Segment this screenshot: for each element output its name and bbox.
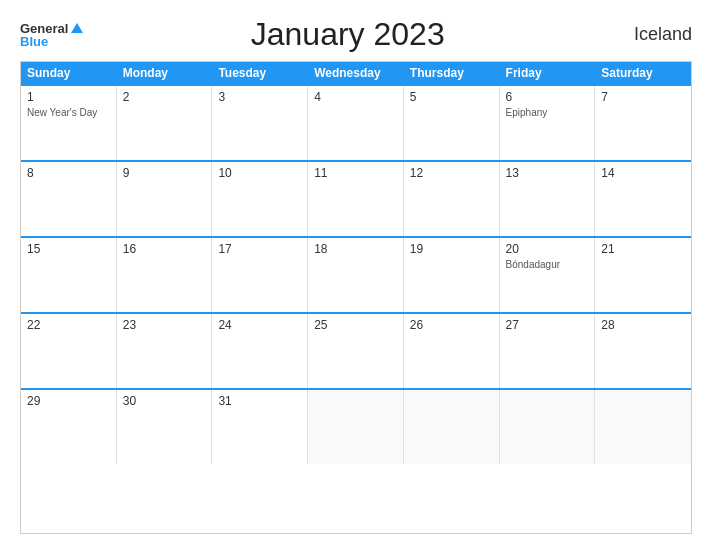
country-label: Iceland	[612, 24, 692, 45]
day-number: 14	[601, 166, 685, 180]
day-cell-w5-d7	[595, 390, 691, 464]
day-number: 15	[27, 242, 110, 256]
day-cell-w1-d1: 1New Year's Day	[21, 86, 117, 160]
day-number: 22	[27, 318, 110, 332]
day-number: 1	[27, 90, 110, 104]
day-number: 23	[123, 318, 206, 332]
logo-blue-text: Blue	[20, 35, 83, 48]
day-cell-w5-d6	[500, 390, 596, 464]
header-sunday: Sunday	[21, 62, 117, 84]
day-cell-w3-d7: 21	[595, 238, 691, 312]
day-cell-w4-d1: 22	[21, 314, 117, 388]
logo: General Blue	[20, 22, 83, 48]
day-number: 3	[218, 90, 301, 104]
week-row-1: 1New Year's Day23456Epiphany7	[21, 84, 691, 160]
calendar-page: General Blue January 2023 Iceland Sunday…	[0, 0, 712, 550]
day-number: 2	[123, 90, 206, 104]
header-saturday: Saturday	[595, 62, 691, 84]
header-thursday: Thursday	[404, 62, 500, 84]
day-cell-w3-d6: 20Bóndadagur	[500, 238, 596, 312]
day-cell-w3-d3: 17	[212, 238, 308, 312]
day-number: 19	[410, 242, 493, 256]
day-number: 26	[410, 318, 493, 332]
day-number: 20	[506, 242, 589, 256]
header-tuesday: Tuesday	[212, 62, 308, 84]
day-cell-w3-d4: 18	[308, 238, 404, 312]
calendar-title: January 2023	[83, 16, 612, 53]
day-cell-w4-d7: 28	[595, 314, 691, 388]
logo-general-text: General	[20, 22, 68, 35]
day-cell-w5-d5	[404, 390, 500, 464]
day-number: 4	[314, 90, 397, 104]
header-monday: Monday	[117, 62, 213, 84]
day-number: 6	[506, 90, 589, 104]
day-cell-w1-d6: 6Epiphany	[500, 86, 596, 160]
day-number: 12	[410, 166, 493, 180]
week-row-5: 293031	[21, 388, 691, 464]
day-cell-w2-d2: 9	[117, 162, 213, 236]
holiday-label: Bóndadagur	[506, 258, 589, 271]
header: General Blue January 2023 Iceland	[20, 16, 692, 53]
day-cell-w5-d3: 31	[212, 390, 308, 464]
day-number: 25	[314, 318, 397, 332]
day-number: 10	[218, 166, 301, 180]
day-cell-w1-d5: 5	[404, 86, 500, 160]
day-number: 18	[314, 242, 397, 256]
day-cell-w2-d4: 11	[308, 162, 404, 236]
day-number: 9	[123, 166, 206, 180]
day-cell-w5-d1: 29	[21, 390, 117, 464]
weeks-container: 1New Year's Day23456Epiphany789101112131…	[21, 84, 691, 464]
day-cell-w1-d7: 7	[595, 86, 691, 160]
day-number: 16	[123, 242, 206, 256]
week-row-2: 891011121314	[21, 160, 691, 236]
day-number: 21	[601, 242, 685, 256]
day-number: 29	[27, 394, 110, 408]
day-cell-w3-d1: 15	[21, 238, 117, 312]
calendar-grid: Sunday Monday Tuesday Wednesday Thursday…	[20, 61, 692, 534]
day-cell-w3-d5: 19	[404, 238, 500, 312]
day-number: 28	[601, 318, 685, 332]
day-cell-w4-d6: 27	[500, 314, 596, 388]
day-number: 7	[601, 90, 685, 104]
day-cell-w1-d2: 2	[117, 86, 213, 160]
day-number: 5	[410, 90, 493, 104]
logo-triangle-icon	[71, 23, 83, 33]
day-cell-w2-d6: 13	[500, 162, 596, 236]
day-number: 8	[27, 166, 110, 180]
day-cell-w2-d3: 10	[212, 162, 308, 236]
day-number: 31	[218, 394, 301, 408]
weekday-header-row: Sunday Monday Tuesday Wednesday Thursday…	[21, 62, 691, 84]
header-friday: Friday	[500, 62, 596, 84]
day-cell-w2-d1: 8	[21, 162, 117, 236]
header-wednesday: Wednesday	[308, 62, 404, 84]
day-cell-w4-d3: 24	[212, 314, 308, 388]
holiday-label: New Year's Day	[27, 106, 110, 119]
day-number: 30	[123, 394, 206, 408]
week-row-4: 22232425262728	[21, 312, 691, 388]
day-number: 13	[506, 166, 589, 180]
day-number: 11	[314, 166, 397, 180]
day-number: 17	[218, 242, 301, 256]
day-cell-w3-d2: 16	[117, 238, 213, 312]
day-number: 27	[506, 318, 589, 332]
day-cell-w1-d3: 3	[212, 86, 308, 160]
day-cell-w2-d5: 12	[404, 162, 500, 236]
week-row-3: 151617181920Bóndadagur21	[21, 236, 691, 312]
day-cell-w2-d7: 14	[595, 162, 691, 236]
day-cell-w1-d4: 4	[308, 86, 404, 160]
day-cell-w4-d5: 26	[404, 314, 500, 388]
day-cell-w5-d2: 30	[117, 390, 213, 464]
day-cell-w4-d2: 23	[117, 314, 213, 388]
day-cell-w4-d4: 25	[308, 314, 404, 388]
holiday-label: Epiphany	[506, 106, 589, 119]
day-number: 24	[218, 318, 301, 332]
day-cell-w5-d4	[308, 390, 404, 464]
